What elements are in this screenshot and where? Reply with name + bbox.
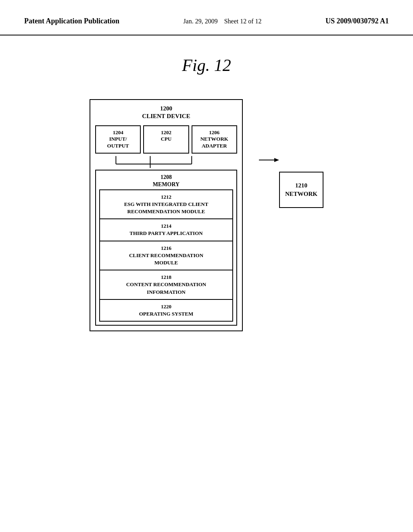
header-publication-label: Patent Application Publication	[24, 16, 119, 26]
network-adapter-label: NETWORKADAPTER	[194, 136, 235, 150]
cpu-label: CPU	[146, 136, 186, 143]
network-box: 1210 NETWORK	[279, 172, 323, 208]
network-adapter-id: 1206	[194, 129, 235, 136]
module-1212: 1212 ESG WITH INTEGRATED CLIENTRECOMMEND…	[99, 189, 233, 220]
cpu-id: 1202	[146, 129, 186, 136]
figure-title: Fig. 12	[0, 56, 413, 75]
header-patent-number: US 2009/0030792 A1	[325, 16, 389, 26]
input-output-id: 1204	[98, 129, 138, 136]
network-connection: 1210 NETWORK	[259, 148, 323, 208]
network-label: NETWORK	[285, 190, 317, 198]
connector-lines	[95, 156, 237, 168]
module-1216: 1216 CLIENT RECOMMENDATIONMODULE	[99, 241, 233, 271]
connection-arrow	[259, 157, 279, 163]
page-header: Patent Application Publication Jan. 29, …	[0, 0, 413, 35]
cpu-box: 1202 CPU	[143, 125, 189, 154]
diagram-area: 1200 CLIENT DEVICE 1204 INPUT/OUTPUT 120…	[0, 99, 413, 331]
client-device-label: 1200 CLIENT DEVICE	[95, 105, 237, 121]
input-output-box: 1204 INPUT/OUTPUT	[95, 125, 141, 154]
input-output-label: INPUT/OUTPUT	[98, 136, 138, 150]
header-date-sheet: Jan. 29, 2009 Sheet 12 of 12	[183, 16, 261, 27]
memory-box: 1208 MEMORY 1212 ESG WITH INTEGRATED CLI…	[95, 170, 237, 326]
client-device-box: 1200 CLIENT DEVICE 1204 INPUT/OUTPUT 120…	[90, 99, 243, 331]
arrow-area	[259, 157, 279, 163]
svg-marker-6	[274, 158, 279, 162]
module-1214: 1214 THIRD PARTY APPLICATION	[99, 218, 233, 241]
network-adapter-box: 1206 NETWORKADAPTER	[192, 125, 237, 154]
top-row-components: 1204 INPUT/OUTPUT 1202 CPU 1206 NETWORKA…	[95, 125, 237, 154]
module-1220: 1220 OPERATING SYSTEM	[99, 299, 233, 322]
memory-modules: 1212 ESG WITH INTEGRATED CLIENTRECOMMEND…	[96, 189, 236, 325]
network-id: 1210	[295, 181, 307, 190]
memory-label: 1208 MEMORY	[96, 170, 236, 190]
module-1218: 1218 CONTENT RECOMMENDATIONINFORMATION	[99, 270, 233, 300]
